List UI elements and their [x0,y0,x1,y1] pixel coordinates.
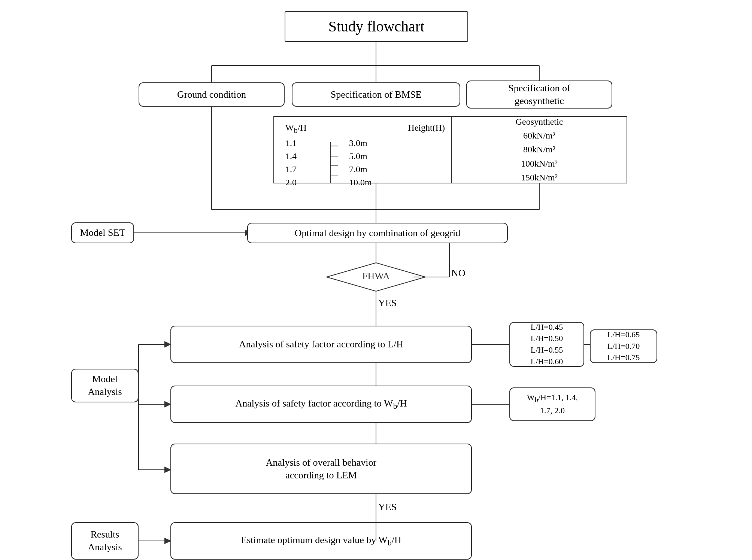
model-analysis-box: ModelAnalysis [71,369,139,402]
analysis-overall-box: Analysis of overall behavioraccording to… [170,444,472,494]
yes-label-2: YES [378,502,397,513]
wb-val-label2: 1.7, 2.0 [540,405,565,416]
lh-left-2: L/H=0.50 [531,333,563,344]
wb-values-box: Wb/H=1.1, 1.4, 1.7, 2.0 [509,387,595,421]
analysis-safety-lh-box: Analysis of safety factor according to L… [170,326,472,363]
geo-val3: 100kN/m² [521,158,558,170]
wb-val-label: Wb/H=1.1, 1.4, [527,392,578,405]
no-label: NO [451,268,466,279]
model-set-box: Model SET [71,222,134,243]
geo-val2: 80kN/m² [523,144,555,155]
estimate-optimum-label: Estimate optimum design value by Wb/H [241,534,401,548]
wb-h-header: Wb/H [285,122,307,135]
wh-2: 1.4 [285,150,297,162]
svg-marker-33 [165,467,170,472]
lh-values-left-box: L/H=0.45 L/H=0.50 L/H=0.55 L/H=0.60 [509,322,584,367]
h-3: 7.0m [349,164,367,175]
flowchart: Study flowchart Ground condition Specifi… [0,0,752,560]
analysis-safety-wb-box: Analysis of safety factor according to W… [170,386,472,423]
specification-bmse-box: Specification of BMSE [292,82,460,107]
svg-text:FHWA: FHWA [362,271,390,281]
results-analysis-label: ResultsAnalysis [88,528,122,554]
lh-right-3: L/H=0.75 [607,352,640,363]
h-1: 3.0m [349,137,367,149]
geo-val4: 150kN/m² [521,172,558,183]
geo-val1: 60kN/m² [523,130,555,141]
geo-detail-box: Geosynthetic 60kN/m² 80kN/m² 100kN/m² 15… [451,116,627,183]
model-analysis-label: ModelAnalysis [88,373,122,398]
wh-4: 2.0 [285,177,297,188]
lh-right-2: L/H=0.70 [607,341,640,352]
spec-geo-label: Specification ofgeosynthetic [508,82,570,107]
yes-label-1: YES [378,298,397,309]
lh-left-4: L/H=0.60 [531,356,563,367]
lh-left-1: L/H=0.45 [531,322,563,333]
optimal-design-box: Optimal design by combination of geogrid [247,223,508,243]
bmse-detail-box: Wb/H Height(H) 1.1 1.4 1.7 2.0 3.0m [273,116,479,183]
lh-values-right-box: L/H=0.65 L/H=0.70 L/H=0.75 [590,329,657,363]
analysis-overall-label: Analysis of overall behavioraccording to… [266,456,376,482]
height-header: Height(H) [408,122,445,135]
lh-right-1: L/H=0.65 [607,329,640,340]
svg-marker-24 [165,402,170,407]
svg-marker-22 [165,342,170,347]
specification-geo-box: Specification ofgeosynthetic [466,80,612,109]
results-analysis-box: ResultsAnalysis [71,522,139,560]
geo-title: Geosynthetic [516,116,563,128]
svg-marker-30 [165,538,170,544]
study-flowchart-title: Study flowchart [285,11,468,42]
fhwa-diamond: FHWA [326,262,426,292]
h-4: 10.0m [349,177,372,188]
h-2: 5.0m [349,150,367,162]
ground-condition-box: Ground condition [139,82,285,107]
analysis-wb-label: Analysis of safety factor according to W… [236,397,407,411]
bmse-header: Wb/H Height(H) [285,122,467,135]
bmse-rows: 1.1 1.4 1.7 2.0 3.0m 5.0m 7.0m 10.0m [285,137,467,189]
wh-1: 1.1 [285,137,297,149]
estimate-optimum-box: Estimate optimum design value by Wb/H [170,522,472,560]
wh-3: 1.7 [285,164,297,175]
lh-left-3: L/H=0.55 [531,345,563,356]
